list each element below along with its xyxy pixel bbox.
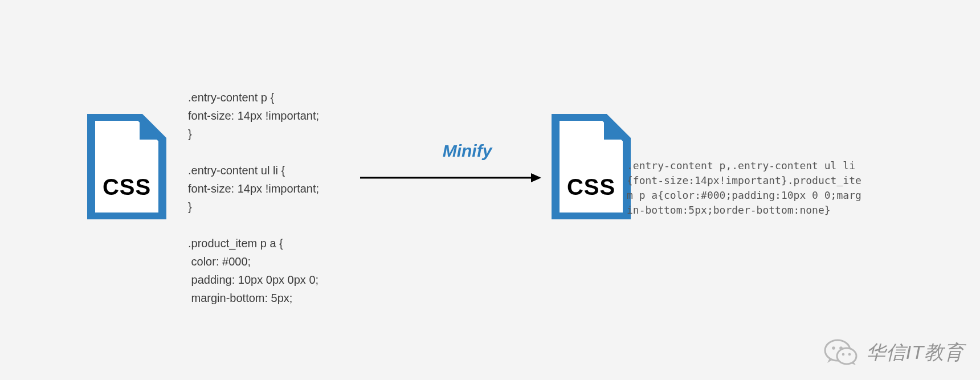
css-file-icon-left: CSS [85,114,168,219]
code-after: .entry-content p,.entry-content ul li {f… [627,158,866,218]
css-file-label-left: CSS [85,174,168,200]
minify-label: Minify [387,141,547,161]
css-file-icon-right: CSS [550,114,632,219]
svg-point-3 [832,346,835,350]
arrow-icon [360,171,542,185]
watermark-text: 华信IT教育 [866,340,964,366]
watermark: 华信IT教育 [824,336,964,370]
svg-point-4 [839,346,843,350]
diagram-stage: CSS .entry-content p { font-size: 14px !… [0,0,980,380]
css-file-label-right: CSS [550,174,632,200]
code-before: .entry-content p { font-size: 14px !impo… [188,88,319,307]
svg-point-2 [837,348,856,364]
wechat-icon [824,336,858,370]
svg-point-5 [842,353,844,356]
svg-point-6 [848,353,851,356]
